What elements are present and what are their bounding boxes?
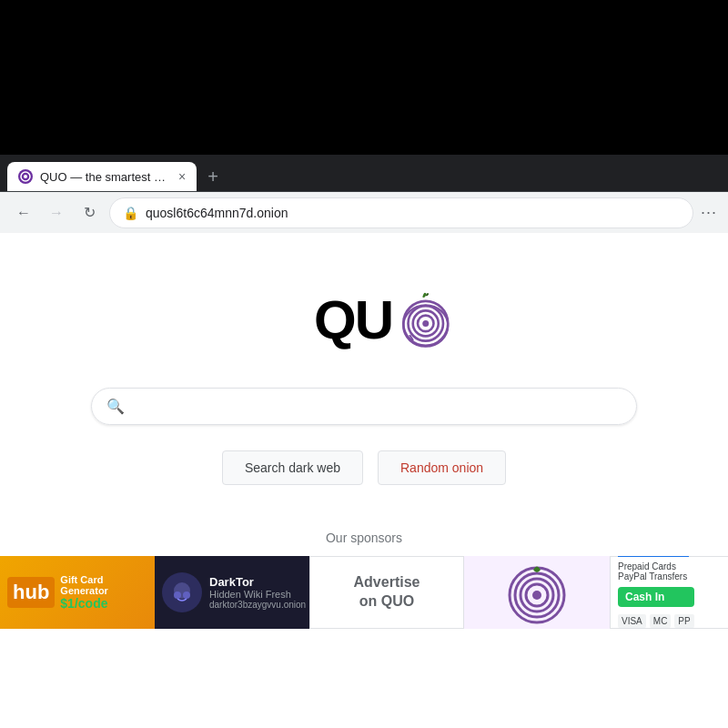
gifthub-price: $1/code <box>60 596 147 611</box>
gifthub-logo: hub <box>7 577 55 608</box>
buttons-area: Search dark web Random onion <box>222 450 506 485</box>
sponsor-onion-deco <box>464 556 610 629</box>
advertise-line1: Advertise <box>354 574 420 590</box>
logo-cursor <box>409 335 414 340</box>
svg-point-1 <box>24 175 27 178</box>
svg-point-11 <box>183 592 190 599</box>
logo: QU <box>314 288 414 351</box>
search-darkweb-button[interactable]: Search dark web <box>222 450 363 485</box>
logo-onion-icon <box>392 288 456 351</box>
sponsors-section: Our sponsors hub Gift Card Generator $1/… <box>0 521 728 629</box>
search-input[interactable] <box>132 399 622 415</box>
tab-favicon <box>18 169 33 184</box>
cloned-title: Cloned Cards <box>618 556 694 558</box>
payment-icons: VISA MC PP <box>618 614 694 628</box>
advertise-text: Advertise on QUO <box>354 573 420 612</box>
sponsor-cloned[interactable]: Cloned Cards Prepaid CardsPayPal Transfe… <box>610 556 728 629</box>
svg-line-8 <box>410 335 413 340</box>
menu-button[interactable]: ··· <box>701 203 717 222</box>
sponsors-label: Our sponsors <box>326 531 402 545</box>
darktor-icon <box>162 572 202 612</box>
random-onion-button[interactable]: Random onion <box>378 450 506 485</box>
svg-point-10 <box>174 592 181 599</box>
active-tab[interactable]: QUO — the smartest dark web × <box>7 162 197 191</box>
search-box[interactable]: 🔍 <box>91 388 637 425</box>
url-text: quosl6t6c64mnn7d.onion <box>146 206 680 220</box>
search-area: 🔍 <box>91 388 637 425</box>
darktor-url: darktor3bzaygvvu.onion <box>209 600 306 610</box>
forward-button: → <box>44 200 69 226</box>
tab-bar: QUO — the smartest dark web × + <box>0 155 728 191</box>
browser-chrome: QUO — the smartest dark web × + ← → ↻ 🔒 … <box>0 155 728 233</box>
logo-area: QU <box>314 288 414 351</box>
cloned-inner: Cloned Cards Prepaid CardsPayPal Transfe… <box>618 556 694 629</box>
sponsor-darktor[interactable]: DarkTor Hidden Wiki Fresh darktor3bzaygv… <box>155 556 309 629</box>
logo-qu: QU <box>314 288 392 351</box>
cloned-items: Prepaid CardsPayPal Transfers <box>618 561 694 581</box>
url-field[interactable]: 🔒 quosl6t6c64mnn7d.onion <box>109 197 693 228</box>
refresh-button[interactable]: ↻ <box>76 200 102 226</box>
advertise-line2: on QUO <box>359 593 414 609</box>
sponsor-gifthub[interactable]: hub Gift Card Generator $1/code <box>0 556 155 629</box>
new-tab-button[interactable]: + <box>204 163 222 191</box>
darktor-title: DarkTor <box>209 575 306 589</box>
darktor-subtitle: Hidden Wiki Fresh <box>209 589 306 600</box>
back-button[interactable]: ← <box>11 200 36 226</box>
search-icon: 🔍 <box>106 398 125 415</box>
gifthub-text: Gift Card Generator $1/code <box>60 574 147 611</box>
lock-icon: 🔒 <box>123 206 138 220</box>
svg-point-6 <box>422 320 429 327</box>
black-top-area <box>0 0 728 155</box>
sponsor-advertise[interactable]: Advertise on QUO <box>309 556 464 629</box>
mc-icon: MC <box>650 614 672 628</box>
tab-close-button[interactable]: × <box>178 169 186 184</box>
onion-deco-icon <box>500 559 573 627</box>
tab-title: QUO — the smartest dark web <box>40 170 167 184</box>
darktor-text: DarkTor Hidden Wiki Fresh darktor3bzaygv… <box>209 575 306 610</box>
svg-point-16 <box>532 591 541 600</box>
page-content: QU 🔍 <box>0 233 728 728</box>
address-bar: ← → ↻ 🔒 quosl6t6c64mnn7d.onion ··· <box>0 191 728 233</box>
pp-icon: PP <box>674 614 693 628</box>
visa-icon: VISA <box>618 614 646 628</box>
sponsors-row: hub Gift Card Generator $1/code <box>0 556 728 629</box>
gifthub-title: Gift Card Generator <box>60 574 147 596</box>
cash-button[interactable]: Cash In <box>618 587 694 607</box>
